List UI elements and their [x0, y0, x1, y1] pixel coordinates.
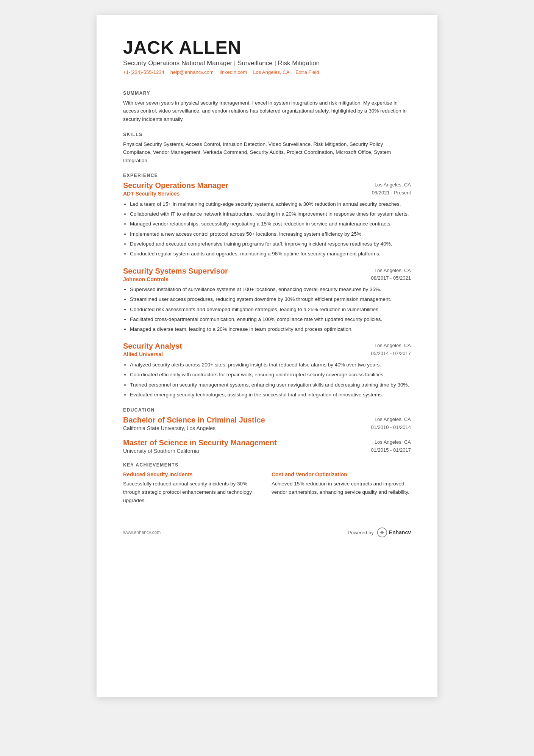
achievement-1-title: Reduced Security Incidents — [123, 471, 262, 477]
job-3: Security Analyst Allied Universal Los An… — [123, 342, 411, 399]
achievement-2: Cost and Vendor Optimization Achieved 15… — [272, 471, 411, 504]
brand-name: Enhancv — [389, 529, 411, 535]
job-3-company: Allied Universal — [123, 351, 182, 357]
job-1-dates: 06/2021 - Present — [372, 189, 411, 197]
job-2-bullet-5: Managed a diverse team, leading to a 20%… — [130, 325, 411, 333]
extra-field: Extra Field — [295, 69, 319, 75]
job-2-bullet-3: Conducted risk assessments and developed… — [130, 305, 411, 314]
job-3-meta: Los Angeles, CA 05/2014 - 07/2017 — [371, 342, 411, 358]
job-1-title: Security Operations Manager — [123, 181, 228, 190]
edu-2-location: Los Angeles, CA — [371, 438, 411, 446]
skills-title: SKILLS — [123, 132, 411, 137]
job-1-bullets: Led a team of 15+ in maintaining cutting… — [123, 200, 411, 258]
candidate-name: JACK ALLEN — [123, 38, 411, 58]
footer: www.enhancv.com Powered by Enhancv — [123, 527, 411, 538]
header-section: JACK ALLEN Security Operations National … — [123, 38, 411, 75]
edu-1-dates: 01/2010 - 01/2014 — [371, 424, 411, 432]
header-divider — [123, 82, 411, 82]
summary-section: SUMMARY With over seven years in physica… — [123, 91, 411, 124]
job-1-company: ADT Security Services — [123, 191, 228, 197]
edu-2-meta: Los Angeles, CA 01/2015 - 01/2017 — [371, 438, 411, 454]
edu-1-location: Los Angeles, CA — [371, 416, 411, 424]
candidate-tagline: Security Operations National Manager | S… — [123, 59, 411, 67]
job-3-location: Los Angeles, CA — [371, 342, 411, 350]
job-1-meta: Los Angeles, CA 06/2021 - Present — [372, 181, 411, 197]
experience-title: EXPERIENCE — [123, 173, 411, 178]
location: Los Angeles, CA — [253, 69, 289, 75]
job-1-location: Los Angeles, CA — [372, 181, 411, 189]
edu-1-meta: Los Angeles, CA 01/2010 - 01/2014 — [371, 416, 411, 432]
summary-text: With over seven years in physical securi… — [123, 99, 411, 124]
achievements-grid: Reduced Security Incidents Successfully … — [123, 471, 411, 504]
job-2-bullet-2: Streamlined user access procedures, redu… — [130, 295, 411, 304]
job-2-bullet-1: Supervised installation of surveillance … — [130, 285, 411, 294]
edu-2-left: Master of Science in Security Management… — [123, 438, 277, 454]
job-2-title: Security Systems Supervisor — [123, 267, 228, 275]
enhancv-logo-icon — [377, 527, 387, 538]
job-1-bullet-4: Implemented a new access control protoco… — [130, 230, 411, 238]
job-2: Security Systems Supervisor Johnson Cont… — [123, 267, 411, 334]
footer-website: www.enhancv.com — [123, 530, 161, 535]
achievements-section: KEY ACHIEVEMENTS Reduced Security Incide… — [123, 462, 411, 504]
contact-line: +1-(234)-555-1234 help@enhancv.com linke… — [123, 69, 411, 75]
job-2-location: Los Angeles, CA — [371, 267, 411, 275]
job-1: Security Operations Manager ADT Security… — [123, 181, 411, 258]
job-2-meta: Los Angeles, CA 08/2017 - 05/2021 — [371, 267, 411, 283]
job-1-bullet-1: Led a team of 15+ in maintaining cutting… — [130, 200, 411, 208]
job-2-bullets: Supervised installation of surveillance … — [123, 285, 411, 333]
achievements-title: KEY ACHIEVEMENTS — [123, 462, 411, 468]
edu-2: Master of Science in Security Management… — [123, 438, 411, 454]
job-1-bullet-3: Managed vendor relationships, successful… — [130, 220, 411, 228]
edu-1-left: Bachelor of Science in Criminal Justice … — [123, 416, 265, 431]
job-1-bullet-6: Conducted regular system audits and upgr… — [130, 250, 411, 258]
edu-1-degree: Bachelor of Science in Criminal Justice — [123, 416, 265, 424]
job-3-left: Security Analyst Allied Universal — [123, 342, 182, 357]
job-2-bullet-4: Facilitated cross-departmental communica… — [130, 315, 411, 324]
job-3-title: Security Analyst — [123, 342, 182, 351]
achievement-1-text: Successfully reduced annual security inc… — [123, 480, 262, 504]
job-3-bullets: Analyzed security alerts across 200+ sit… — [123, 361, 411, 399]
job-1-bullet-2: Collaborated with IT to enhance network … — [130, 210, 411, 218]
achievement-2-title: Cost and Vendor Optimization — [272, 471, 411, 477]
education-section: EDUCATION Bachelor of Science in Crimina… — [123, 407, 411, 454]
job-3-bullet-1: Analyzed security alerts across 200+ sit… — [130, 361, 411, 369]
job-2-header: Security Systems Supervisor Johnson Cont… — [123, 267, 411, 283]
job-2-dates: 08/2017 - 05/2021 — [371, 274, 411, 282]
job-2-company: Johnson Controls — [123, 276, 228, 282]
edu-1-school: California State University, Los Angeles — [123, 425, 265, 431]
edu-2-header: Master of Science in Security Management… — [123, 438, 411, 454]
edu-2-degree: Master of Science in Security Management — [123, 438, 277, 447]
achievement-2-text: Achieved 15% reduction in service contra… — [272, 480, 411, 496]
job-3-bullet-4: Evaluated emerging security technologies… — [130, 391, 411, 399]
resume-page: JACK ALLEN Security Operations National … — [97, 15, 437, 697]
education-title: EDUCATION — [123, 407, 411, 413]
linkedin[interactable]: linkedin.com — [220, 69, 247, 75]
experience-section: EXPERIENCE Security Operations Manager A… — [123, 173, 411, 399]
skills-text: Physical Security Systems, Access Contro… — [123, 140, 411, 165]
job-2-left: Security Systems Supervisor Johnson Cont… — [123, 267, 228, 282]
skills-section: SKILLS Physical Security Systems, Access… — [123, 132, 411, 165]
job-3-header: Security Analyst Allied Universal Los An… — [123, 342, 411, 358]
edu-2-school: University of Southern California — [123, 448, 277, 454]
edu-1: Bachelor of Science in Criminal Justice … — [123, 416, 411, 432]
edu-2-dates: 01/2015 - 01/2017 — [371, 446, 411, 454]
job-1-left: Security Operations Manager ADT Security… — [123, 181, 228, 197]
email[interactable]: help@enhancv.com — [170, 69, 214, 75]
job-3-dates: 05/2014 - 07/2017 — [371, 350, 411, 358]
achievement-1: Reduced Security Incidents Successfully … — [123, 471, 262, 504]
job-3-bullet-3: Trained personnel on security management… — [130, 381, 411, 389]
summary-title: SUMMARY — [123, 91, 411, 96]
powered-by-label: Powered by — [348, 530, 374, 535]
edu-1-header: Bachelor of Science in Criminal Justice … — [123, 416, 411, 432]
job-1-bullet-5: Developed and executed comprehensive tra… — [130, 240, 411, 248]
enhancv-logo: Enhancv — [377, 527, 411, 538]
phone: +1-(234)-555-1234 — [123, 69, 164, 75]
job-3-bullet-2: Coordinated efficiently with contractors… — [130, 371, 411, 379]
footer-brand: Powered by Enhancv — [348, 527, 411, 538]
job-1-header: Security Operations Manager ADT Security… — [123, 181, 411, 197]
